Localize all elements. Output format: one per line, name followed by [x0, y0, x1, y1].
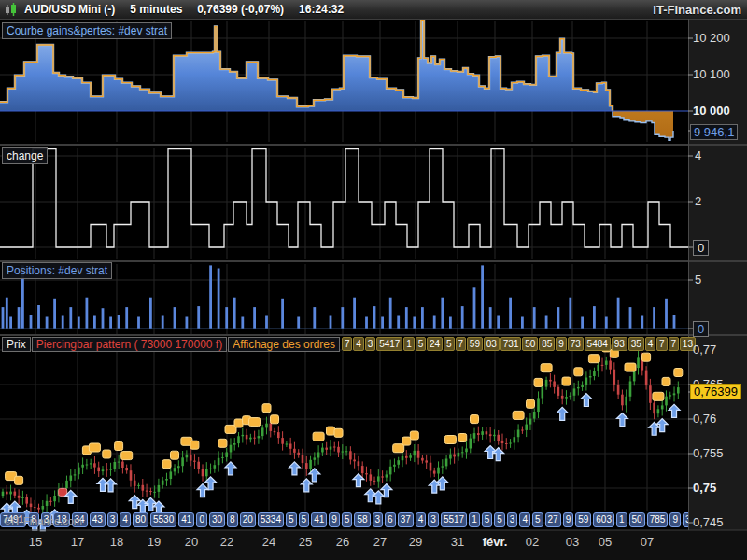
x-axis-label: 19: [148, 535, 161, 549]
y-axis-zero-badge: 0: [693, 240, 709, 256]
x-axis-label: 17: [71, 535, 84, 549]
order-count-box: 58: [354, 512, 370, 527]
order-count-box: 50: [629, 512, 645, 527]
order-count-box: 4: [519, 512, 530, 527]
order-count-box: 5: [494, 512, 505, 527]
price-panel-labels: Prix Piercingbar pattern ( 73000 170000 …: [2, 337, 341, 352]
order-count-box: 35: [628, 337, 644, 351]
y-axis-label: 5: [695, 273, 747, 287]
y-axis-label: 2: [695, 194, 747, 208]
order-count-box: 603: [593, 512, 614, 527]
order-count-row-top: 7435417152457590373150859735484933547713: [342, 337, 696, 352]
order-count-box: 5: [482, 512, 493, 527]
chart-canvas[interactable]: [0, 19, 747, 560]
order-count-box: 59: [575, 512, 591, 527]
x-axis-label: 24: [262, 535, 275, 549]
y-axis-label: 0,77: [693, 343, 745, 357]
order-count-box: 5334: [258, 512, 284, 527]
order-count-box: 4: [120, 512, 131, 527]
x-axis-label: 22: [220, 535, 233, 549]
order-count-box: 73: [568, 337, 584, 351]
y-axis-label: 10 200: [693, 31, 745, 45]
order-count-box: 5: [532, 512, 543, 527]
order-count-box: 1: [469, 512, 480, 527]
order-count-box: 20: [240, 512, 256, 527]
positions-panel-label[interactable]: Positions: #dev strat: [2, 262, 112, 279]
x-axis-label: 26: [336, 535, 349, 549]
y-axis-label: 10 100: [693, 67, 745, 81]
y-axis-label: 0,755: [693, 446, 745, 460]
x-axis-label: 25: [299, 535, 312, 549]
y-axis-label: 10 000: [693, 104, 745, 118]
header-bar: AUD/USD Mini (-) 5 minutes 0,76399 (-0,0…: [0, 0, 747, 20]
x-axis-label: févr.: [483, 535, 508, 549]
x-axis-label: 15: [29, 535, 42, 549]
y-axis-label: 4: [695, 148, 747, 162]
order-count-box: 5517: [441, 512, 467, 527]
order-count-box: 5: [416, 337, 426, 351]
order-count-box: 8: [227, 512, 238, 527]
order-count-box: 4: [416, 512, 427, 527]
equity-last-value-badge: 9 946,1: [690, 124, 738, 140]
order-count-row-bottom: 7491831834433480553041030820533455419558…: [0, 512, 688, 528]
clock-time: 16:24:32: [299, 3, 344, 16]
affichage-ordres-label[interactable]: Affichage des ordres: [228, 337, 340, 352]
order-count-box: 1: [403, 337, 414, 351]
x-axis-label: 27: [374, 535, 387, 549]
prix-label[interactable]: Prix: [2, 337, 31, 352]
y-axis-label: 0,76: [693, 412, 745, 426]
trading-app-window: AUD/USD Mini (-) 5 minutes 0,76399 (-0,0…: [0, 0, 747, 560]
order-count-box: 4: [645, 337, 655, 351]
order-count-box: 6: [385, 512, 396, 527]
x-axis-label: 07: [641, 535, 654, 549]
x-axis-label: 18: [110, 535, 123, 549]
order-count-box: 7: [669, 337, 679, 351]
order-count-box: 50: [522, 337, 538, 351]
x-axis-label: 03: [566, 535, 579, 549]
order-count-box: 80: [133, 512, 148, 527]
order-count-box: 731: [500, 337, 522, 351]
order-count-box: 03: [484, 337, 500, 351]
instrument-name: AUD/USD Mini (-): [24, 3, 115, 16]
x-axis-label: 02: [526, 535, 539, 549]
order-count-box: 5: [299, 512, 310, 527]
change-panel-label[interactable]: change: [2, 147, 48, 164]
x-axis-label: 29: [409, 535, 422, 549]
order-count-box: 5417: [376, 337, 402, 351]
order-count-box: 5: [286, 512, 297, 527]
quote-and-change: 0,76399 (-0,07%): [197, 3, 284, 16]
order-count-box: 3: [683, 512, 688, 527]
order-count-box: 7: [342, 337, 352, 351]
order-count-box: 785: [647, 512, 669, 527]
order-count-box: 41: [178, 512, 194, 527]
order-count-box: 7: [456, 337, 466, 351]
order-count-box: 93: [612, 337, 627, 351]
equity-panel-label[interactable]: Courbe gains&pertes: #dev strat: [2, 22, 172, 39]
order-count-box: 4: [353, 337, 363, 351]
order-count-box: 24: [427, 337, 443, 351]
piercingbar-indicator-label[interactable]: Piercingbar pattern ( 73000 170000 f): [32, 337, 227, 352]
order-count-box: 3: [373, 512, 384, 527]
y-axis-label: 0,745: [693, 515, 745, 529]
order-count-box: 3: [507, 512, 518, 527]
x-axis-label: 05: [599, 535, 612, 549]
order-count-box: 7: [656, 337, 667, 351]
order-count-box: 59: [467, 337, 483, 351]
order-count-box: 27: [545, 512, 561, 527]
x-axis-label: 31: [451, 535, 464, 549]
order-count-box: 85: [539, 337, 555, 351]
candlestick-chart-icon: [5, 3, 18, 16]
brand-label: IT-Finance.com: [653, 3, 741, 17]
order-count-box: 3: [107, 512, 119, 527]
last-price-badge: 0,76399: [690, 384, 741, 399]
order-count-box: 5: [342, 512, 353, 527]
y-axis-label: 0,75: [693, 481, 745, 495]
timeframe-label: 5 minutes: [130, 3, 182, 16]
order-count-box: 30: [209, 512, 225, 527]
order-count-box: 37: [398, 512, 414, 527]
order-count-box: 3: [428, 512, 439, 527]
order-count-box: 1: [616, 512, 627, 527]
order-count-box: 3: [365, 337, 375, 351]
order-count-box: 5: [444, 337, 454, 351]
y-axis-zero-badge: 0: [693, 321, 709, 337]
